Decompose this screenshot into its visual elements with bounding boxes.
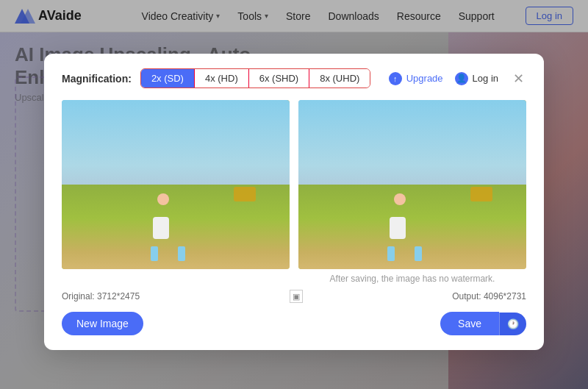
save-area: Save 🕐: [440, 312, 526, 335]
field-layer-2: [298, 185, 526, 269]
magnification-label: Magnification:: [62, 73, 132, 85]
modal-actions: New Image Save 🕐: [62, 312, 526, 335]
modal-header: Magnification: 2x (SD) 4x (HD) 6x (SHD) …: [62, 68, 526, 88]
girl-head-2: [394, 193, 406, 205]
mag-8x-button[interactable]: 8x (UHD): [309, 69, 370, 88]
upgrade-button[interactable]: ↑ Upgrade: [389, 72, 443, 85]
save-dropdown-button[interactable]: 🕐: [499, 313, 526, 335]
girl-legs-left-2: [387, 246, 395, 261]
image-comparison-area: After saving, the image has no watermark…: [62, 100, 526, 284]
upgrade-icon: ↑: [389, 72, 402, 85]
girl-head: [157, 193, 169, 205]
original-image: [62, 100, 290, 269]
hay-bale: [234, 187, 256, 201]
image-upscaling-modal: Magnification: 2x (SD) 4x (HD) 6x (SHD) …: [44, 54, 544, 350]
clock-icon: 🕐: [507, 318, 519, 329]
watermark-note: After saving, the image has no watermark…: [298, 274, 526, 284]
sky-layer: [62, 100, 290, 193]
mag-6x-button[interactable]: 6x (SHD): [249, 69, 309, 88]
new-image-button[interactable]: New Image: [62, 312, 143, 335]
original-dimensions: Original: 3712*2475: [62, 291, 140, 301]
modal-overlay: Magnification: 2x (SD) 4x (HD) 6x (SHD) …: [0, 0, 588, 389]
magnification-options: 2x (SD) 4x (HD) 6x (SHD) 8x (UHD): [140, 68, 370, 88]
mag-2x-button[interactable]: 2x (SD): [141, 69, 195, 88]
field-layer: [62, 185, 290, 269]
girl-body: [153, 217, 169, 239]
girl-legs-left: [151, 246, 158, 261]
girl-legs-right-2: [415, 246, 422, 261]
modal-header-right: ↑ Upgrade 👤 Log in ✕: [389, 71, 526, 87]
girl-legs-right: [178, 246, 185, 261]
hay-bale-2: [470, 187, 492, 201]
modal-login-button[interactable]: 👤 Log in: [455, 72, 498, 85]
swap-icon[interactable]: ▣: [290, 290, 303, 303]
save-button[interactable]: Save: [440, 312, 499, 335]
swap-area: ▣: [290, 290, 303, 303]
close-button[interactable]: ✕: [510, 71, 526, 87]
modal-footer-info: Original: 3712*2475 ▣ Output: 4096*2731: [62, 290, 526, 303]
mag-4x-button[interactable]: 4x (HD): [195, 69, 249, 88]
output-dimensions: Output: 4096*2731: [452, 291, 526, 301]
original-image-panel: [62, 100, 290, 284]
girl-body-2: [390, 217, 406, 239]
sky-layer-2: [298, 100, 526, 193]
output-image: [298, 100, 526, 269]
user-icon: 👤: [455, 72, 468, 85]
magnification-row: Magnification: 2x (SD) 4x (HD) 6x (SHD) …: [62, 68, 370, 88]
output-image-panel: After saving, the image has no watermark…: [298, 100, 526, 284]
